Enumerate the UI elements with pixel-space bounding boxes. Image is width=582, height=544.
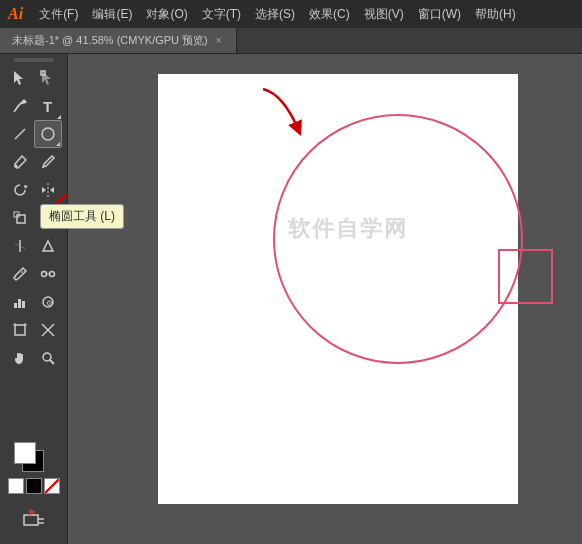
svg-rect-23 — [22, 301, 25, 308]
rotate-tool[interactable] — [6, 176, 34, 204]
svg-line-4 — [15, 129, 25, 139]
blend-tool[interactable] — [34, 260, 62, 288]
shaper-tool[interactable] — [34, 232, 62, 260]
column-graph-tool[interactable] — [6, 288, 34, 316]
svg-point-18 — [41, 272, 46, 277]
app-logo: Ai — [8, 5, 23, 23]
svg-line-17 — [21, 271, 23, 273]
menu-file[interactable]: 文件(F) — [33, 4, 84, 25]
svg-marker-11 — [42, 187, 46, 193]
tool-row-artboard — [0, 316, 67, 344]
menu-help[interactable]: 帮助(H) — [469, 4, 522, 25]
artboard: 软件自学网 — [158, 74, 518, 504]
menu-view[interactable]: 视图(V) — [358, 4, 410, 25]
svg-text:⚙: ⚙ — [45, 299, 52, 308]
zoom-tool[interactable] — [34, 344, 62, 372]
menu-edit[interactable]: 编辑(E) — [86, 4, 138, 25]
menu-effect[interactable]: 效果(C) — [303, 4, 356, 25]
direct-select-tool[interactable] — [34, 64, 62, 92]
white-fill-btn[interactable] — [8, 478, 24, 494]
menu-select[interactable]: 选择(S) — [249, 4, 301, 25]
toolbar-scroll-hint — [14, 58, 54, 62]
rectangle-shape — [498, 249, 553, 304]
black-fill-btn[interactable] — [26, 478, 42, 494]
select-tool[interactable] — [6, 64, 34, 92]
tool-row-eyedropper — [0, 260, 67, 288]
svg-marker-12 — [50, 187, 54, 193]
svg-marker-36 — [30, 509, 36, 515]
none-fill-btn[interactable] — [44, 478, 60, 494]
ellipse-tool[interactable] — [34, 120, 62, 148]
toolbar: T 椭圆工具 (L) — [0, 54, 68, 544]
svg-marker-9 — [24, 185, 28, 189]
svg-rect-21 — [14, 303, 17, 308]
main-layout: T 椭圆工具 (L) — [0, 54, 582, 544]
fill-stroke-default[interactable] — [14, 442, 54, 476]
svg-point-33 — [43, 353, 51, 361]
svg-point-7 — [14, 165, 17, 168]
pencil-tool[interactable] — [34, 148, 62, 176]
tab-close-button[interactable]: × — [214, 34, 224, 47]
artboard-tool[interactable] — [6, 316, 34, 344]
svg-point-5 — [42, 128, 54, 140]
document-tab[interactable]: 未标题-1* @ 41.58% (CMYK/GPU 预览) × — [0, 28, 237, 53]
menu-type[interactable]: 文字(T) — [196, 4, 247, 25]
reflect-tool[interactable] — [34, 176, 62, 204]
tool-row-hand — [0, 344, 67, 372]
svg-marker-0 — [14, 71, 23, 85]
eyedropper-tool[interactable] — [6, 260, 34, 288]
tab-title: 未标题-1* @ 41.58% (CMYK/GPU 预览) — [12, 33, 208, 48]
fill-swatch[interactable] — [14, 442, 36, 464]
svg-point-3 — [22, 101, 25, 104]
slice-tool[interactable] — [34, 316, 62, 344]
scale-tool[interactable] — [6, 204, 34, 232]
swap-arrows-icon[interactable] — [22, 507, 46, 534]
menu-bar: 文件(F) 编辑(E) 对象(O) 文字(T) 选择(S) 效果(C) 视图(V… — [33, 4, 522, 25]
tool-row-graph: ⚙ — [0, 288, 67, 316]
circle-shape — [273, 114, 523, 364]
canvas-area[interactable]: 软件自学网 — [68, 54, 582, 544]
menu-object[interactable]: 对象(O) — [140, 4, 193, 25]
tool-row-pen: T — [0, 92, 67, 120]
svg-point-19 — [49, 272, 54, 277]
tool-row-paint — [0, 148, 67, 176]
type-tool[interactable]: T — [34, 92, 62, 120]
color-swatches-area — [5, 442, 63, 494]
svg-line-34 — [50, 360, 54, 364]
svg-rect-22 — [18, 299, 21, 308]
color-mode-controls — [5, 478, 63, 494]
paintbrush-tool[interactable] — [6, 148, 34, 176]
tool-row-transform — [0, 176, 67, 204]
tool-row-select — [0, 64, 67, 92]
svg-rect-35 — [24, 515, 38, 525]
title-bar: Ai 文件(F) 编辑(E) 对象(O) 文字(T) 选择(S) 效果(C) 视… — [0, 0, 582, 28]
hand-tool[interactable] — [6, 344, 34, 372]
svg-rect-13 — [17, 215, 25, 223]
symbol-tool[interactable]: ⚙ — [34, 288, 62, 316]
width-tool[interactable] — [6, 232, 34, 260]
tool-row-width — [0, 232, 67, 260]
tab-bar: 未标题-1* @ 41.58% (CMYK/GPU 预览) × — [0, 28, 582, 54]
svg-marker-1 — [42, 71, 51, 85]
menu-window[interactable]: 窗口(W) — [412, 4, 467, 25]
ellipse-tool-tooltip: 椭圆工具 (L) — [40, 204, 124, 229]
line-tool[interactable] — [6, 120, 34, 148]
svg-rect-26 — [15, 325, 25, 335]
tool-row-shape — [0, 120, 67, 148]
pen-tool[interactable] — [6, 92, 34, 120]
